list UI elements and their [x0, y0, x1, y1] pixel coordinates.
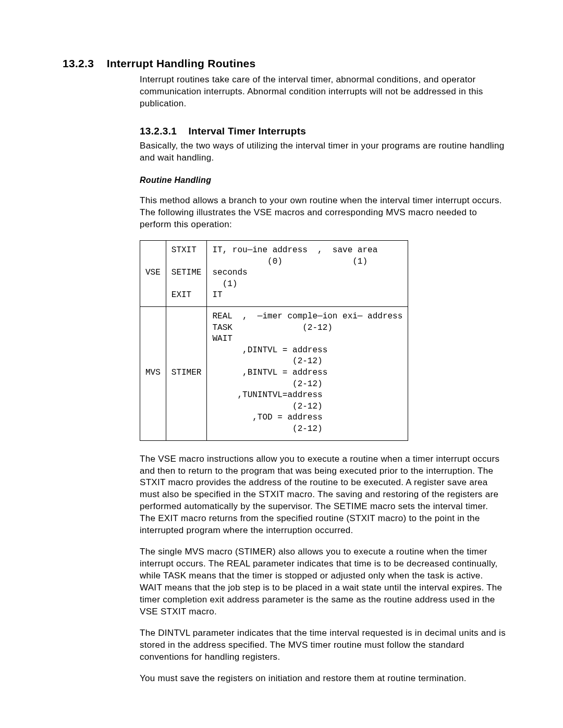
section-heading: 13.2.3 Interrupt Handling Routines: [63, 56, 511, 71]
after-p3: The DINTVL parameter indicates that the …: [140, 627, 506, 663]
after-p2: The single MVS macro (STIMER) also allow…: [140, 546, 506, 618]
section-number: 13.2.3: [63, 57, 94, 69]
macro-table: VSE STXIT SETIME EXIT IT, rou─ine addres…: [140, 240, 408, 441]
cell-macros: STXIT SETIME EXIT: [166, 241, 207, 307]
routine-heading: Routine Handling: [140, 175, 506, 186]
cell-os: VSE: [140, 241, 166, 307]
cell-params: IT, rou─ine address , save area (0) (1) …: [207, 241, 408, 307]
cell-os: MVS: [140, 307, 166, 441]
routine-para1: This method allows a branch to your own …: [140, 195, 506, 231]
after-p4: You must save the registers on initiatio…: [140, 673, 506, 685]
subsection-number: 13.2.3.1: [140, 126, 177, 137]
section-intro: Interrupt routines take care of the inte…: [140, 74, 506, 110]
subsection-title: Interval Timer Interrupts: [188, 126, 306, 137]
cell-macros: STIMER: [166, 307, 207, 441]
subsection-heading: 13.2.3.1 Interval Timer Interrupts: [140, 125, 506, 138]
table-row: MVS STIMER REAL , ─imer comple─ion exi─ …: [140, 307, 408, 441]
after-p1: The VSE macro instructions allow you to …: [140, 453, 506, 537]
subsection-intro: Basically, the two ways of utilizing the…: [140, 140, 506, 164]
cell-params: REAL , ─imer comple─ion exi─ address TAS…: [207, 307, 408, 441]
section-title: Interrupt Handling Routines: [107, 57, 256, 69]
page-footer: Chapter 13. Assembler 287: [63, 726, 511, 728]
table-row: VSE STXIT SETIME EXIT IT, rou─ine addres…: [140, 241, 408, 307]
